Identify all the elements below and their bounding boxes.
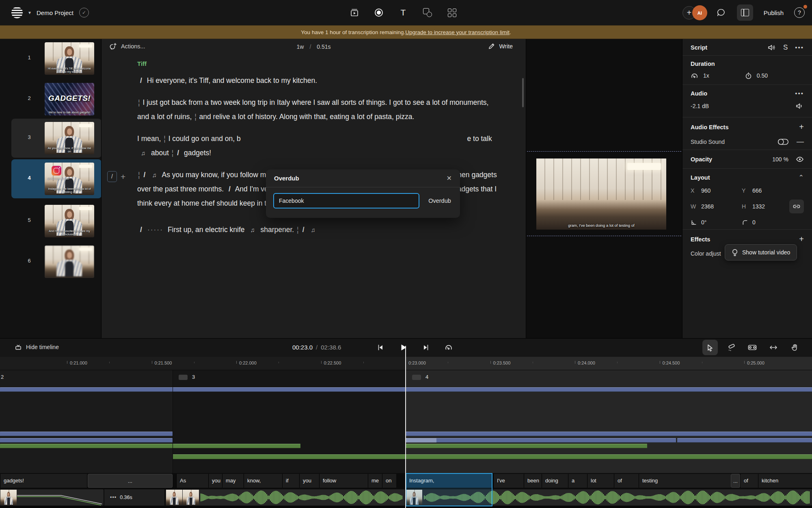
show-tutorial-button[interactable]: Show tutorial video — [725, 244, 797, 261]
h-value[interactable]: 1332 — [752, 203, 765, 210]
transcript-text[interactable]: about — [149, 149, 171, 157]
script-paragraph[interactable]: /····· First up, an electric knife ♫ sha… — [137, 223, 501, 237]
chevron-down-icon[interactable]: ▾ — [28, 10, 31, 15]
slash-chip[interactable]: / — [107, 171, 117, 182]
editor-scrollbar[interactable] — [522, 78, 524, 107]
collapse-chevron-icon[interactable]: ⌃ — [799, 174, 804, 181]
w-value[interactable]: 2368 — [701, 203, 742, 210]
transcript-text[interactable]: I could go on and on, b — [166, 135, 243, 143]
timeline-word-cell[interactable]: ... — [731, 474, 740, 488]
range-tool[interactable] — [745, 340, 760, 355]
green-clip-bar[interactable] — [173, 454, 812, 459]
timeline-word-cell[interactable]: you — [299, 474, 319, 488]
visibility-eye-icon[interactable] — [796, 156, 804, 163]
script-paragraph[interactable]: ¦ I just got back from a two week long t… — [137, 96, 501, 124]
scene-item-4[interactable]: 4@tiffsdeliciouskitchenInstagram, I've b… — [0, 159, 102, 198]
hide-timeline-button[interactable]: Hide timeline — [15, 343, 59, 350]
y-value[interactable]: 666 — [752, 187, 762, 194]
strikethrough-icon[interactable]: S — [783, 43, 788, 52]
blue-clip-bar[interactable] — [0, 432, 173, 436]
skip-forward-button[interactable] — [419, 341, 433, 354]
speed-value[interactable]: 1x — [703, 72, 709, 79]
timeline-word-cell[interactable]: lot — [587, 474, 614, 488]
preview-video-frame[interactable]: gram, I've been doing a lot of testing o… — [536, 158, 666, 230]
timeline-word-cell[interactable]: a — [568, 474, 587, 488]
speaker-label[interactable]: Tiff — [137, 60, 501, 67]
speaker-volume-icon[interactable] — [767, 44, 776, 51]
studio-sound-toggle[interactable] — [777, 138, 789, 146]
timeline-ruler[interactable]: 0:21.0000:21.5000:22.0000:22.5000:23.000… — [0, 357, 812, 370]
timeline-word-cell[interactable]: on — [382, 474, 396, 488]
script-paragraph[interactable]: I mean, ¦ I could go on and on, b e to t… — [137, 132, 501, 160]
timeline-word-cell[interactable]: follow — [319, 474, 368, 488]
timeline-word-cell[interactable]: ... — [88, 474, 173, 488]
scene-thumbnail[interactable]: @tiffsdeliciouskitchenInstagram, I've be… — [45, 163, 94, 195]
blue-clip-bar[interactable] — [406, 438, 676, 443]
playhead[interactable] — [405, 346, 406, 508]
transcript-text[interactable]: First up, an electric knife — [166, 226, 246, 234]
close-icon[interactable]: ✕ — [447, 174, 452, 182]
blue-clip-bar[interactable] — [0, 387, 812, 392]
shapes-icon[interactable] — [422, 7, 433, 18]
timeline-word-cell[interactable]: of — [614, 474, 639, 488]
transcript-text[interactable]: e to talk — [465, 135, 492, 143]
timeline-word-cell[interactable]: been — [524, 474, 542, 488]
write-button[interactable]: Write — [488, 42, 513, 50]
remove-studio-sound-button[interactable]: — — [797, 137, 804, 146]
media-clip[interactable] — [166, 489, 405, 506]
timeline-word-cell[interactable]: doing — [542, 474, 568, 488]
layout-grid-icon[interactable] — [447, 7, 457, 18]
record-icon[interactable] — [374, 7, 384, 18]
scene-thumbnail[interactable]: Hi everyone, it's Tiff, and welcome back… — [45, 42, 94, 75]
blue-clip-bar[interactable] — [406, 432, 812, 436]
overdub-text-input[interactable] — [273, 193, 419, 208]
comments-icon[interactable] — [716, 7, 726, 18]
upgrade-link[interactable]: Upgrade to increase your transcription l… — [405, 29, 510, 35]
timeline-selection-box[interactable] — [406, 473, 492, 506]
scene-thumbnail[interactable]: GADGETS!We're here to talk about gadgets… — [45, 83, 94, 115]
playback-speed-button[interactable] — [442, 341, 456, 354]
gap-clip-cell[interactable]: •••0.36s — [104, 489, 164, 506]
media-library-icon[interactable] — [349, 7, 360, 18]
overdub-submit-button[interactable]: Overdub — [428, 198, 451, 204]
transcript-text[interactable]: sharpener. — [259, 226, 296, 234]
text-tool-icon[interactable]: T — [398, 7, 408, 18]
timeline-word-cell[interactable]: know, — [244, 474, 282, 488]
scene-thumbnail[interactable]: And I'm very excited to share my conclus… — [45, 205, 94, 237]
blue-clip-bar[interactable] — [0, 438, 173, 443]
blue-clip-bar[interactable] — [677, 438, 812, 443]
timeline-word-cell[interactable]: gadgets! — [0, 474, 87, 488]
select-tool[interactable] — [702, 340, 718, 355]
x-value[interactable]: 960 — [701, 187, 742, 194]
transcript-text[interactable]: I mean, — [137, 135, 163, 143]
timeline-word-cell[interactable]: testing — [639, 474, 731, 488]
duration-value[interactable]: 0.50 — [757, 72, 768, 79]
add-effect-button[interactable]: + — [799, 234, 804, 244]
timeline-word-cell[interactable]: I've — [493, 474, 524, 488]
transcript-text[interactable]: gadgets! — [182, 149, 211, 157]
color-adjust-label[interactable]: Color adjust — [691, 250, 721, 257]
publish-button[interactable]: Publish — [764, 9, 784, 16]
scene-item-3[interactable]: 3As you may know, if you follow me on — [0, 119, 102, 158]
timeline-word-cell[interactable]: kitchen — [758, 474, 812, 488]
timeline-word-cell[interactable]: you — [208, 474, 222, 488]
audio-menu-button[interactable]: ••• — [795, 90, 804, 97]
skip-back-button[interactable] — [374, 341, 387, 354]
descript-logo-icon[interactable] — [11, 7, 23, 18]
script-paragraph[interactable]: / Hi everyone, it's Tiff, and welcome ba… — [137, 74, 501, 88]
stretch-tool[interactable] — [766, 340, 781, 355]
panel-toggle-button[interactable] — [737, 4, 753, 21]
timeline-tracks[interactable]: 234 — [0, 370, 812, 473]
opacity-value[interactable]: 100 % — [772, 156, 788, 163]
razor-tool[interactable] — [723, 340, 739, 355]
media-clip[interactable] — [0, 489, 104, 506]
audio-db-value[interactable]: -2.1 dB — [691, 103, 709, 109]
green-clip-bar[interactable] — [0, 444, 300, 448]
selection-bound-bottom[interactable] — [527, 236, 681, 236]
corner-radius-value[interactable]: 0 — [752, 219, 756, 226]
ai-avatar[interactable]: AI — [692, 5, 707, 20]
audio-volume-icon[interactable] — [795, 102, 804, 110]
timeline-word-cell[interactable]: As — [176, 474, 208, 488]
rotation-value[interactable]: 0° — [701, 219, 742, 226]
project-title[interactable]: Demo Project — [37, 9, 73, 16]
